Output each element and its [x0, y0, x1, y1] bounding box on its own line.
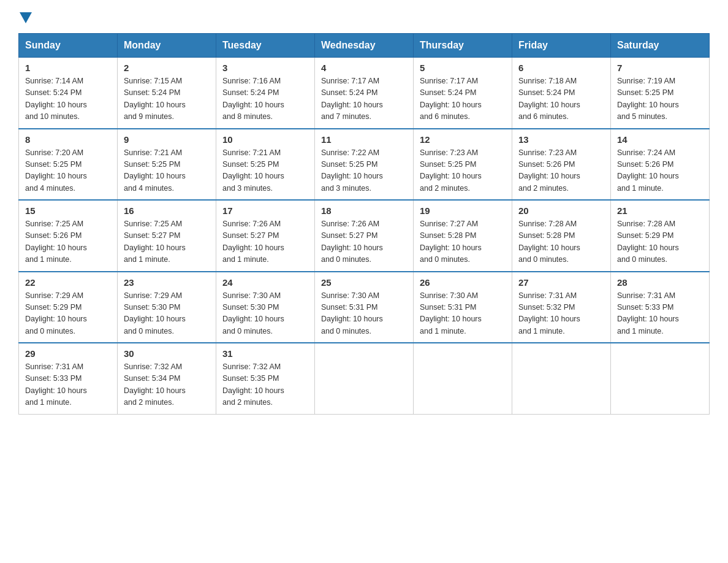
- header-tuesday: Tuesday: [216, 34, 315, 58]
- day-number: 20: [518, 205, 604, 216]
- calendar-cell: 29Sunrise: 7:31 AMSunset: 5:33 PMDayligh…: [19, 343, 118, 414]
- calendar-cell: 20Sunrise: 7:28 AMSunset: 5:28 PMDayligh…: [512, 200, 611, 272]
- day-info: Sunrise: 7:27 AMSunset: 5:28 PMDaylight:…: [420, 218, 506, 266]
- day-info: Sunrise: 7:17 AMSunset: 5:24 PMDaylight:…: [420, 75, 506, 123]
- calendar-cell: 15Sunrise: 7:25 AMSunset: 5:26 PMDayligh…: [19, 200, 118, 272]
- day-number: 12: [420, 134, 506, 145]
- calendar-cell: 31Sunrise: 7:32 AMSunset: 5:35 PMDayligh…: [216, 343, 315, 414]
- day-info: Sunrise: 7:29 AMSunset: 5:29 PMDaylight:…: [25, 290, 111, 338]
- day-info: Sunrise: 7:23 AMSunset: 5:26 PMDaylight:…: [518, 147, 604, 195]
- header-sunday: Sunday: [19, 34, 118, 58]
- calendar-cell: 16Sunrise: 7:25 AMSunset: 5:27 PMDayligh…: [118, 200, 216, 272]
- day-number: 26: [420, 277, 506, 288]
- day-number: 27: [518, 277, 604, 288]
- day-number: 17: [222, 205, 308, 216]
- calendar-cell: 22Sunrise: 7:29 AMSunset: 5:29 PMDayligh…: [19, 272, 118, 343]
- calendar-week-row: 8Sunrise: 7:20 AMSunset: 5:25 PMDaylight…: [19, 129, 710, 201]
- calendar-cell: 9Sunrise: 7:21 AMSunset: 5:25 PMDaylight…: [118, 129, 216, 201]
- day-number: 1: [25, 63, 111, 73]
- calendar-cell: [315, 343, 414, 414]
- day-number: 30: [124, 348, 210, 359]
- day-info: Sunrise: 7:30 AMSunset: 5:30 PMDaylight:…: [222, 290, 308, 338]
- calendar-cell: 4Sunrise: 7:17 AMSunset: 5:24 PMDaylight…: [315, 58, 414, 129]
- day-info: Sunrise: 7:31 AMSunset: 5:33 PMDaylight:…: [25, 361, 111, 409]
- calendar-cell: 11Sunrise: 7:22 AMSunset: 5:25 PMDayligh…: [315, 129, 414, 201]
- calendar-cell: 28Sunrise: 7:31 AMSunset: 5:33 PMDayligh…: [611, 272, 710, 343]
- page-header: [18, 12, 710, 23]
- calendar-cell: 26Sunrise: 7:30 AMSunset: 5:31 PMDayligh…: [414, 272, 512, 343]
- day-info: Sunrise: 7:32 AMSunset: 5:34 PMDaylight:…: [124, 361, 210, 409]
- day-info: Sunrise: 7:30 AMSunset: 5:31 PMDaylight:…: [321, 290, 407, 338]
- day-info: Sunrise: 7:28 AMSunset: 5:29 PMDaylight:…: [617, 218, 703, 266]
- day-number: 3: [222, 63, 308, 73]
- day-number: 4: [321, 63, 407, 73]
- calendar-cell: 1Sunrise: 7:14 AMSunset: 5:24 PMDaylight…: [19, 58, 118, 129]
- calendar-cell: 30Sunrise: 7:32 AMSunset: 5:34 PMDayligh…: [118, 343, 216, 414]
- day-info: Sunrise: 7:28 AMSunset: 5:28 PMDaylight:…: [518, 218, 604, 266]
- day-info: Sunrise: 7:22 AMSunset: 5:25 PMDaylight:…: [321, 147, 407, 195]
- day-info: Sunrise: 7:25 AMSunset: 5:26 PMDaylight:…: [25, 218, 111, 266]
- header-saturday: Saturday: [611, 34, 710, 58]
- calendar-week-row: 22Sunrise: 7:29 AMSunset: 5:29 PMDayligh…: [19, 272, 710, 343]
- calendar-cell: 19Sunrise: 7:27 AMSunset: 5:28 PMDayligh…: [414, 200, 512, 272]
- day-number: 18: [321, 205, 407, 216]
- day-number: 15: [25, 205, 111, 216]
- calendar-cell: 27Sunrise: 7:31 AMSunset: 5:32 PMDayligh…: [512, 272, 611, 343]
- calendar-cell: 23Sunrise: 7:29 AMSunset: 5:30 PMDayligh…: [118, 272, 216, 343]
- day-info: Sunrise: 7:26 AMSunset: 5:27 PMDaylight:…: [222, 218, 308, 266]
- day-info: Sunrise: 7:29 AMSunset: 5:30 PMDaylight:…: [124, 290, 210, 338]
- day-number: 29: [25, 348, 111, 359]
- day-info: Sunrise: 7:24 AMSunset: 5:26 PMDaylight:…: [617, 147, 703, 195]
- day-info: Sunrise: 7:26 AMSunset: 5:27 PMDaylight:…: [321, 218, 407, 266]
- day-info: Sunrise: 7:32 AMSunset: 5:35 PMDaylight:…: [222, 361, 308, 409]
- day-info: Sunrise: 7:15 AMSunset: 5:24 PMDaylight:…: [124, 75, 210, 123]
- day-info: Sunrise: 7:20 AMSunset: 5:25 PMDaylight:…: [25, 147, 111, 195]
- day-info: Sunrise: 7:31 AMSunset: 5:32 PMDaylight:…: [518, 290, 604, 338]
- calendar-cell: 3Sunrise: 7:16 AMSunset: 5:24 PMDaylight…: [216, 58, 315, 129]
- day-info: Sunrise: 7:16 AMSunset: 5:24 PMDaylight:…: [222, 75, 308, 123]
- calendar-cell: 25Sunrise: 7:30 AMSunset: 5:31 PMDayligh…: [315, 272, 414, 343]
- day-number: 21: [617, 205, 703, 216]
- day-number: 28: [617, 277, 703, 288]
- calendar-cell: 5Sunrise: 7:17 AMSunset: 5:24 PMDaylight…: [414, 58, 512, 129]
- day-number: 23: [124, 277, 210, 288]
- day-info: Sunrise: 7:18 AMSunset: 5:24 PMDaylight:…: [518, 75, 604, 123]
- day-info: Sunrise: 7:21 AMSunset: 5:25 PMDaylight:…: [222, 147, 308, 195]
- calendar-week-row: 15Sunrise: 7:25 AMSunset: 5:26 PMDayligh…: [19, 200, 710, 272]
- day-number: 16: [124, 205, 210, 216]
- calendar-cell: 18Sunrise: 7:26 AMSunset: 5:27 PMDayligh…: [315, 200, 414, 272]
- calendar-cell: 21Sunrise: 7:28 AMSunset: 5:29 PMDayligh…: [611, 200, 710, 272]
- calendar-cell: 14Sunrise: 7:24 AMSunset: 5:26 PMDayligh…: [611, 129, 710, 201]
- day-number: 6: [518, 63, 604, 73]
- day-info: Sunrise: 7:17 AMSunset: 5:24 PMDaylight:…: [321, 75, 407, 123]
- day-number: 2: [124, 63, 210, 73]
- day-number: 24: [222, 277, 308, 288]
- logo-arrow-icon: [20, 12, 32, 23]
- calendar-cell: 12Sunrise: 7:23 AMSunset: 5:25 PMDayligh…: [414, 129, 512, 201]
- day-info: Sunrise: 7:14 AMSunset: 5:24 PMDaylight:…: [25, 75, 111, 123]
- day-number: 31: [222, 348, 308, 359]
- day-info: Sunrise: 7:31 AMSunset: 5:33 PMDaylight:…: [617, 290, 703, 338]
- calendar-cell: [414, 343, 512, 414]
- day-number: 8: [25, 134, 111, 145]
- calendar-cell: [611, 343, 710, 414]
- day-number: 13: [518, 134, 604, 145]
- header-wednesday: Wednesday: [315, 34, 414, 58]
- day-info: Sunrise: 7:21 AMSunset: 5:25 PMDaylight:…: [124, 147, 210, 195]
- day-number: 9: [124, 134, 210, 145]
- day-number: 14: [617, 134, 703, 145]
- day-info: Sunrise: 7:25 AMSunset: 5:27 PMDaylight:…: [124, 218, 210, 266]
- day-number: 19: [420, 205, 506, 216]
- header-friday: Friday: [512, 34, 611, 58]
- day-number: 10: [222, 134, 308, 145]
- calendar-cell: 8Sunrise: 7:20 AMSunset: 5:25 PMDaylight…: [19, 129, 118, 201]
- day-info: Sunrise: 7:19 AMSunset: 5:25 PMDaylight:…: [617, 75, 703, 123]
- day-info: Sunrise: 7:30 AMSunset: 5:31 PMDaylight:…: [420, 290, 506, 338]
- header-thursday: Thursday: [414, 34, 512, 58]
- calendar-header-row: SundayMondayTuesdayWednesdayThursdayFrid…: [19, 34, 710, 58]
- header-monday: Monday: [118, 34, 216, 58]
- calendar-cell: 6Sunrise: 7:18 AMSunset: 5:24 PMDaylight…: [512, 58, 611, 129]
- logo: [18, 12, 33, 23]
- calendar-cell: 13Sunrise: 7:23 AMSunset: 5:26 PMDayligh…: [512, 129, 611, 201]
- day-number: 11: [321, 134, 407, 145]
